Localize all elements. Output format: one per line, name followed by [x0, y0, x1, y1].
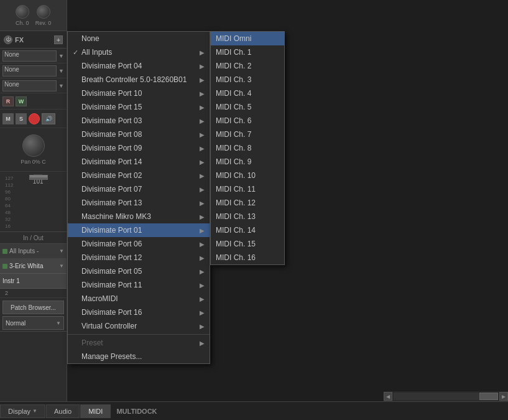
submenu-item-ch15[interactable]: MIDI Ch. 15 — [211, 237, 284, 251]
submenu-item-ch2[interactable]: MIDI Ch. 2 — [211, 59, 284, 73]
menu-item-div06[interactable]: Divisimate Port 06 ▶ — [68, 237, 210, 251]
w-button[interactable]: W — [16, 96, 27, 106]
menu-arrow-div15: ▶ — [200, 104, 205, 111]
volume-fader-thumb[interactable] — [29, 175, 48, 180]
rev-knob[interactable] — [37, 5, 50, 19]
menu-item-none[interactable]: None — [68, 32, 210, 45]
menu-item-div12[interactable]: Divisimate Port 12 ▶ — [68, 251, 210, 264]
r-button[interactable]: R — [2, 96, 14, 106]
scroll-track[interactable] — [394, 393, 498, 400]
rev-label: Rev. 0 — [35, 20, 51, 26]
multidock-label: MULTIDOCK — [111, 408, 162, 415]
send-arrow-2: ▼ — [58, 68, 64, 74]
submenu-item-ch10[interactable]: MIDI Ch. 10 — [211, 169, 284, 182]
menu-arrow-div10: ▶ — [200, 90, 205, 97]
menu-item-div07[interactable]: Divisimate Port 07 ▶ — [68, 182, 210, 196]
submenu-item-ch16[interactable]: MIDI Ch. 16 — [211, 251, 284, 264]
menu-item-all-inputs[interactable]: ✓ All Inputs ▶ — [68, 45, 210, 59]
menu-item-div09[interactable]: Divisimate Port 09 ▶ — [68, 141, 210, 155]
send-select-3[interactable]: None — [2, 80, 57, 91]
scale-labels: 127 112 96 80 64 48 32 16 — [5, 175, 13, 229]
send-row-1: None ▼ — [0, 49, 67, 63]
menu-item-manage-presets[interactable]: Manage Presets... — [68, 350, 210, 363]
submenu-item-ch8[interactable]: MIDI Ch. 8 — [211, 141, 284, 155]
submenu-item-ch7[interactable]: MIDI Ch. 7 — [211, 128, 284, 141]
midi-tab[interactable]: MIDI — [80, 404, 111, 418]
display-tab[interactable]: Display ▼ — [0, 404, 45, 418]
instr-name-label: Instr 1 — [2, 278, 20, 284]
input-indicator — [2, 249, 7, 254]
menu-item-div15[interactable]: Divisimate Port 15 ▶ — [68, 100, 210, 114]
knob-area: Ch. 0 Rev. 0 — [0, 0, 67, 31]
normal-select[interactable]: Normal ▼ — [2, 316, 64, 330]
input-select[interactable]: All Inputs - ▼ — [0, 244, 67, 259]
scrollbar-area: ◀ ▶ — [384, 391, 508, 401]
instrument-label: 3-Eric Whita — [9, 263, 43, 269]
menu-item-div04[interactable]: Divisimate Port 04 ▶ — [68, 59, 210, 73]
submenu-item-ch12[interactable]: MIDI Ch. 12 — [211, 196, 284, 210]
submenu-item-ch4[interactable]: MIDI Ch. 4 — [211, 86, 284, 100]
instrument-row[interactable]: 3-Eric Whita ▼ — [0, 259, 67, 274]
menu-item-div05[interactable]: Divisimate Port 05 ▶ — [68, 264, 210, 278]
audio-tab[interactable]: Audio — [46, 404, 80, 418]
menu-item-virtual[interactable]: Virtual Controller ▶ — [68, 319, 210, 333]
menu-item-div16[interactable]: Divisimate Port 16 ▶ — [68, 306, 210, 319]
m-button[interactable]: M — [2, 113, 14, 124]
in-out-label: In / Out — [0, 231, 67, 244]
submenu-item-ch9[interactable]: MIDI Ch. 9 — [211, 155, 284, 169]
pan-label: Pan 0% C — [21, 159, 46, 165]
submenu-item-ch11[interactable]: MIDI Ch. 11 — [211, 182, 284, 196]
menu-label-none: None — [81, 34, 99, 43]
power-button[interactable]: ⏻ — [4, 35, 12, 44]
pan-knob[interactable] — [22, 134, 45, 157]
volume-fader-track[interactable] — [34, 174, 42, 175]
menu-item-div08[interactable]: Divisimate Port 08 ▶ — [68, 128, 210, 141]
menu-item-div14[interactable]: Divisimate Port 14 ▶ — [68, 155, 210, 169]
record-button[interactable] — [29, 113, 40, 124]
submenu-item-omni[interactable]: MIDI Omni — [211, 32, 284, 45]
menu-item-div01[interactable]: Divisimate Port 01 ▶ — [68, 223, 210, 237]
submenu-item-ch13[interactable]: MIDI Ch. 13 — [211, 210, 284, 223]
normal-dropdown-arrow: ▼ — [56, 320, 61, 326]
scroll-right-button[interactable]: ▶ — [499, 392, 508, 401]
ch-knob[interactable] — [16, 5, 29, 19]
midi-channel-submenu: MIDI Omni MIDI Ch. 1 MIDI Ch. 2 MIDI Ch.… — [210, 31, 285, 265]
submenu-item-ch14[interactable]: MIDI Ch. 14 — [211, 223, 284, 237]
monitor-button[interactable]: 🔊 — [42, 113, 55, 124]
menu-item-div02[interactable]: Divisimate Port 02 ▶ — [68, 169, 210, 182]
menu-item-preset[interactable]: Preset ▶ — [68, 336, 210, 350]
ch-knob-group: Ch. 0 — [16, 5, 29, 26]
submenu-item-ch5[interactable]: MIDI Ch. 5 — [211, 100, 284, 114]
send-row-2: None ▼ — [0, 63, 67, 78]
menu-item-breath[interactable]: Breath Controller 5.0-18260B01 ▶ — [68, 73, 210, 86]
bottom-bar: Display ▼ Audio MIDI MULTIDOCK — [0, 401, 508, 420]
pan-row: Pan 0% C — [0, 128, 67, 172]
submenu-item-ch3[interactable]: MIDI Ch. 3 — [211, 73, 284, 86]
display-tab-label: Display — [8, 408, 30, 415]
submenu-item-ch1[interactable]: MIDI Ch. 1 — [211, 45, 284, 59]
send-select-1[interactable]: None — [2, 50, 57, 62]
ch-label: Ch. 0 — [16, 20, 29, 26]
menu-item-maschine[interactable]: Maschine Mikro MK3 ▶ — [68, 210, 210, 223]
send-row-3: None ▼ — [0, 78, 67, 93]
menu-item-div13[interactable]: Divisimate Port 13 ▶ — [68, 196, 210, 210]
menu-item-div11[interactable]: Divisimate Port 11 ▶ — [68, 278, 210, 292]
display-tab-arrow: ▼ — [32, 408, 37, 414]
input-dropdown-arrow: ▼ — [59, 248, 64, 254]
menu-item-div03[interactable]: Divisimate Port 03 ▶ — [68, 114, 210, 128]
instr-name-row: Instr 1 — [0, 274, 67, 289]
menu-item-macromidi[interactable]: MacroMIDI ▶ — [68, 292, 210, 306]
fx-bar: ⏻ FX + — [0, 31, 67, 49]
scroll-thumb[interactable] — [479, 393, 498, 400]
patch-browser-button[interactable]: Patch Browser... — [2, 301, 64, 314]
track-number: 2 — [0, 289, 67, 298]
add-fx-button[interactable]: + — [54, 35, 63, 44]
send-select-2[interactable]: None — [2, 65, 57, 77]
menu-item-div10[interactable]: Divisimate Port 10 ▶ — [68, 86, 210, 100]
s-button[interactable]: S — [16, 113, 27, 124]
ms-row: M S 🔊 — [0, 110, 67, 128]
scroll-left-button[interactable]: ◀ — [384, 392, 392, 401]
submenu-item-ch6[interactable]: MIDI Ch. 6 — [211, 114, 284, 128]
send-arrow-3: ▼ — [58, 83, 64, 89]
instrument-dropdown-arrow: ▼ — [59, 263, 64, 269]
